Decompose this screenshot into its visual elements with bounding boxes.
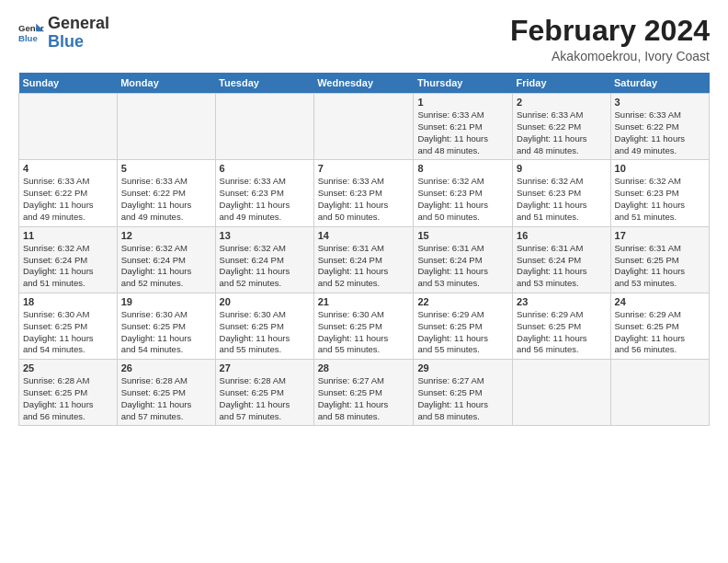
calendar-cell: 1Sunrise: 6:33 AM Sunset: 6:21 PM Daylig… bbox=[414, 94, 513, 160]
day-info: Sunrise: 6:32 AM Sunset: 6:24 PM Dayligh… bbox=[121, 243, 211, 290]
calendar-week-3: 11Sunrise: 6:32 AM Sunset: 6:24 PM Dayli… bbox=[19, 226, 710, 293]
day-info: Sunrise: 6:27 AM Sunset: 6:25 PM Dayligh… bbox=[318, 375, 410, 422]
calendar-cell bbox=[19, 94, 118, 160]
day-info: Sunrise: 6:29 AM Sunset: 6:25 PM Dayligh… bbox=[517, 309, 607, 356]
col-header-tuesday: Tuesday bbox=[215, 73, 313, 94]
day-number: 19 bbox=[121, 296, 211, 307]
day-info: Sunrise: 6:28 AM Sunset: 6:25 PM Dayligh… bbox=[121, 375, 211, 422]
calendar-cell: 27Sunrise: 6:28 AM Sunset: 6:25 PM Dayli… bbox=[215, 360, 313, 426]
day-info: Sunrise: 6:30 AM Sunset: 6:25 PM Dayligh… bbox=[121, 309, 211, 356]
day-number: 3 bbox=[615, 97, 705, 108]
day-info: Sunrise: 6:33 AM Sunset: 6:21 PM Dayligh… bbox=[417, 109, 508, 156]
page-subtitle: Akakomoekrou, Ivory Coast bbox=[510, 49, 710, 63]
day-number: 10 bbox=[615, 163, 705, 174]
col-header-saturday: Saturday bbox=[610, 73, 709, 94]
col-header-monday: Monday bbox=[117, 73, 215, 94]
day-number: 6 bbox=[220, 163, 310, 174]
day-info: Sunrise: 6:33 AM Sunset: 6:23 PM Dayligh… bbox=[318, 176, 410, 223]
calendar-cell bbox=[610, 360, 709, 426]
calendar-week-2: 4Sunrise: 6:33 AM Sunset: 6:22 PM Daylig… bbox=[19, 160, 710, 226]
day-info: Sunrise: 6:30 AM Sunset: 6:25 PM Dayligh… bbox=[318, 309, 410, 356]
calendar-cell: 11Sunrise: 6:32 AM Sunset: 6:24 PM Dayli… bbox=[19, 226, 118, 293]
calendar-week-5: 25Sunrise: 6:28 AM Sunset: 6:25 PM Dayli… bbox=[19, 360, 710, 426]
calendar-cell: 24Sunrise: 6:29 AM Sunset: 6:25 PM Dayli… bbox=[610, 293, 709, 359]
calendar-cell: 23Sunrise: 6:29 AM Sunset: 6:25 PM Dayli… bbox=[513, 293, 611, 359]
logo-icon: General Blue bbox=[18, 20, 44, 46]
day-info: Sunrise: 6:30 AM Sunset: 6:25 PM Dayligh… bbox=[23, 309, 113, 356]
calendar-cell: 16Sunrise: 6:31 AM Sunset: 6:24 PM Dayli… bbox=[513, 226, 611, 293]
svg-text:Blue: Blue bbox=[18, 33, 38, 43]
calendar-cell bbox=[215, 94, 313, 160]
day-info: Sunrise: 6:32 AM Sunset: 6:23 PM Dayligh… bbox=[517, 176, 607, 223]
day-info: Sunrise: 6:33 AM Sunset: 6:22 PM Dayligh… bbox=[615, 109, 705, 156]
day-number: 2 bbox=[517, 97, 607, 108]
logo-text: General Blue bbox=[48, 15, 109, 52]
day-number: 14 bbox=[318, 230, 410, 241]
day-info: Sunrise: 6:28 AM Sunset: 6:25 PM Dayligh… bbox=[220, 375, 310, 422]
day-info: Sunrise: 6:31 AM Sunset: 6:24 PM Dayligh… bbox=[318, 243, 410, 290]
calendar-cell: 10Sunrise: 6:32 AM Sunset: 6:23 PM Dayli… bbox=[610, 160, 709, 226]
day-info: Sunrise: 6:29 AM Sunset: 6:25 PM Dayligh… bbox=[417, 309, 508, 356]
calendar-cell: 17Sunrise: 6:31 AM Sunset: 6:25 PM Dayli… bbox=[610, 226, 709, 293]
day-number: 8 bbox=[417, 163, 508, 174]
col-header-friday: Friday bbox=[513, 73, 611, 94]
day-number: 25 bbox=[23, 362, 113, 373]
page-title: February 2024 bbox=[510, 15, 710, 47]
calendar-cell: 13Sunrise: 6:32 AM Sunset: 6:24 PM Dayli… bbox=[215, 226, 313, 293]
day-info: Sunrise: 6:31 AM Sunset: 6:24 PM Dayligh… bbox=[417, 243, 508, 290]
calendar-cell: 19Sunrise: 6:30 AM Sunset: 6:25 PM Dayli… bbox=[117, 293, 215, 359]
calendar-cell: 3Sunrise: 6:33 AM Sunset: 6:22 PM Daylig… bbox=[610, 94, 709, 160]
page-header: General Blue General Blue February 2024 … bbox=[18, 15, 710, 63]
day-info: Sunrise: 6:33 AM Sunset: 6:22 PM Dayligh… bbox=[517, 109, 607, 156]
day-info: Sunrise: 6:28 AM Sunset: 6:25 PM Dayligh… bbox=[23, 375, 113, 422]
day-number: 5 bbox=[121, 163, 211, 174]
calendar-cell: 26Sunrise: 6:28 AM Sunset: 6:25 PM Dayli… bbox=[117, 360, 215, 426]
calendar-cell: 6Sunrise: 6:33 AM Sunset: 6:23 PM Daylig… bbox=[215, 160, 313, 226]
calendar-cell: 2Sunrise: 6:33 AM Sunset: 6:22 PM Daylig… bbox=[513, 94, 611, 160]
day-info: Sunrise: 6:31 AM Sunset: 6:24 PM Dayligh… bbox=[517, 243, 607, 290]
day-number: 4 bbox=[23, 163, 113, 174]
day-info: Sunrise: 6:31 AM Sunset: 6:25 PM Dayligh… bbox=[615, 243, 705, 290]
calendar-cell: 15Sunrise: 6:31 AM Sunset: 6:24 PM Dayli… bbox=[414, 226, 513, 293]
day-number: 21 bbox=[318, 296, 410, 307]
calendar-cell bbox=[117, 94, 215, 160]
calendar-cell: 25Sunrise: 6:28 AM Sunset: 6:25 PM Dayli… bbox=[19, 360, 118, 426]
day-info: Sunrise: 6:33 AM Sunset: 6:23 PM Dayligh… bbox=[220, 176, 310, 223]
calendar-cell: 18Sunrise: 6:30 AM Sunset: 6:25 PM Dayli… bbox=[19, 293, 118, 359]
day-number: 22 bbox=[417, 296, 508, 307]
col-header-thursday: Thursday bbox=[414, 73, 513, 94]
calendar-header-row: SundayMondayTuesdayWednesdayThursdayFrid… bbox=[19, 73, 710, 94]
calendar-cell: 4Sunrise: 6:33 AM Sunset: 6:22 PM Daylig… bbox=[19, 160, 118, 226]
day-info: Sunrise: 6:29 AM Sunset: 6:25 PM Dayligh… bbox=[615, 309, 705, 356]
day-number: 9 bbox=[517, 163, 607, 174]
col-header-sunday: Sunday bbox=[19, 73, 118, 94]
day-number: 18 bbox=[23, 296, 113, 307]
calendar-week-1: 1Sunrise: 6:33 AM Sunset: 6:21 PM Daylig… bbox=[19, 94, 710, 160]
calendar-cell: 22Sunrise: 6:29 AM Sunset: 6:25 PM Dayli… bbox=[414, 293, 513, 359]
calendar-cell: 9Sunrise: 6:32 AM Sunset: 6:23 PM Daylig… bbox=[513, 160, 611, 226]
title-block: February 2024 Akakomoekrou, Ivory Coast bbox=[510, 15, 710, 63]
day-number: 1 bbox=[417, 97, 508, 108]
day-number: 26 bbox=[121, 362, 211, 373]
day-info: Sunrise: 6:32 AM Sunset: 6:23 PM Dayligh… bbox=[615, 176, 705, 223]
col-header-wednesday: Wednesday bbox=[313, 73, 414, 94]
calendar-cell: 12Sunrise: 6:32 AM Sunset: 6:24 PM Dayli… bbox=[117, 226, 215, 293]
day-number: 7 bbox=[318, 163, 410, 174]
calendar-cell: 5Sunrise: 6:33 AM Sunset: 6:22 PM Daylig… bbox=[117, 160, 215, 226]
day-info: Sunrise: 6:27 AM Sunset: 6:25 PM Dayligh… bbox=[417, 375, 508, 422]
calendar-cell bbox=[513, 360, 611, 426]
calendar-week-4: 18Sunrise: 6:30 AM Sunset: 6:25 PM Dayli… bbox=[19, 293, 710, 359]
day-number: 23 bbox=[517, 296, 607, 307]
day-number: 24 bbox=[615, 296, 705, 307]
calendar-cell: 28Sunrise: 6:27 AM Sunset: 6:25 PM Dayli… bbox=[313, 360, 414, 426]
day-info: Sunrise: 6:32 AM Sunset: 6:24 PM Dayligh… bbox=[220, 243, 310, 290]
day-info: Sunrise: 6:32 AM Sunset: 6:24 PM Dayligh… bbox=[23, 243, 113, 290]
day-number: 16 bbox=[517, 230, 607, 241]
logo: General Blue General Blue bbox=[18, 15, 109, 52]
calendar-cell bbox=[313, 94, 414, 160]
day-number: 28 bbox=[318, 362, 410, 373]
day-info: Sunrise: 6:32 AM Sunset: 6:23 PM Dayligh… bbox=[417, 176, 508, 223]
calendar-cell: 20Sunrise: 6:30 AM Sunset: 6:25 PM Dayli… bbox=[215, 293, 313, 359]
calendar-cell: 29Sunrise: 6:27 AM Sunset: 6:25 PM Dayli… bbox=[414, 360, 513, 426]
day-info: Sunrise: 6:30 AM Sunset: 6:25 PM Dayligh… bbox=[220, 309, 310, 356]
